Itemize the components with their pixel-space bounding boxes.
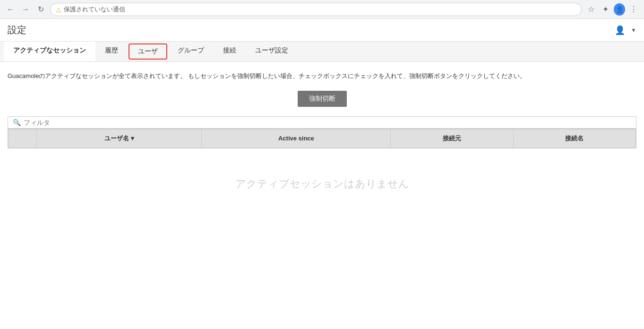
page-title: 設定 <box>8 24 26 36</box>
tab-connections[interactable]: 接続 <box>214 42 246 61</box>
address-bar[interactable]: △ 保護されていない通信 <box>50 3 582 16</box>
col-username[interactable]: ユーザ名 ▾ <box>37 129 202 147</box>
col-checkbox <box>9 129 37 147</box>
filter-search-icon: 🔍 <box>13 119 21 126</box>
menu-button[interactable]: ⋮ <box>628 4 639 15</box>
sessions-table: ユーザ名 ▾ Active since 接続元 接続名 <box>8 129 636 148</box>
user-icon: 👤 <box>615 25 625 35</box>
table-header-row: ユーザ名 ▾ Active since 接続元 接続名 <box>9 129 636 147</box>
app-header: 設定 👤 ▼ <box>0 19 644 42</box>
bookmark-button[interactable]: ☆ <box>585 4 597 15</box>
filter-input[interactable] <box>24 119 631 126</box>
col-source[interactable]: 接続元 <box>391 129 513 147</box>
tab-active-sessions[interactable]: アクティブなセッション <box>4 42 95 61</box>
user-area[interactable]: 👤 ▼ <box>615 25 636 35</box>
browser-actions: ☆ ✦ 👤 ⋮ <box>585 4 639 15</box>
tab-history[interactable]: 履歴 <box>95 42 128 61</box>
col-connection-name[interactable]: 接続名 <box>513 129 635 147</box>
kill-button[interactable]: 強制切断 <box>298 91 347 107</box>
url-text: 保護されていない通信 <box>64 5 125 14</box>
forward-button[interactable]: → <box>20 4 31 15</box>
tab-user-settings[interactable]: ユーザ設定 <box>246 42 298 61</box>
extensions-button[interactable]: ✦ <box>600 4 611 15</box>
tab-bar: アクティブなセッション 履歴 ユーザ グループ 接続 ユーザ設定 <box>0 42 644 62</box>
table-header: ユーザ名 ▾ Active since 接続元 接続名 <box>9 129 636 147</box>
reload-button[interactable]: ↻ <box>35 4 46 15</box>
tab-users[interactable]: ユーザ <box>129 43 167 60</box>
user-dropdown-icon[interactable]: ▼ <box>631 27 636 34</box>
description-text: Guacamoleのアクティブなセッションが全て表示されています。 もしセッショ… <box>8 71 636 81</box>
table-wrapper: ユーザ名 ▾ Active since 接続元 接続名 <box>8 129 636 148</box>
profile-button[interactable]: 👤 <box>614 4 625 15</box>
col-active-since[interactable]: Active since <box>202 129 391 147</box>
kill-button-container: 強制切断 <box>8 91 636 107</box>
security-warning-icon: △ <box>56 6 61 13</box>
tab-groups[interactable]: グループ <box>168 42 214 61</box>
filter-container: 🔍 <box>8 116 636 129</box>
main-content: Guacamoleのアクティブなセッションが全て表示されています。 もしセッショ… <box>0 62 644 229</box>
back-button[interactable]: ← <box>5 4 16 15</box>
empty-state-message: アクティブセッションはありません <box>8 148 636 219</box>
browser-chrome: ← → ↻ △ 保護されていない通信 ☆ ✦ 👤 ⋮ <box>0 0 644 19</box>
user-avatar: 👤 <box>614 3 625 16</box>
